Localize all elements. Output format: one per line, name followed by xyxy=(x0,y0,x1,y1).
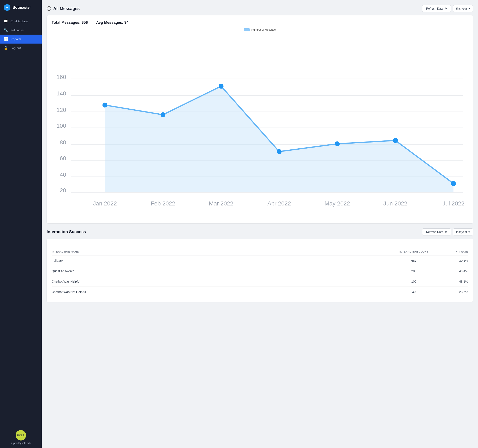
all-messages-period-select[interactable]: this year ▾ xyxy=(453,5,473,12)
row-rate: 30.1% xyxy=(435,259,468,262)
avg-messages-stat: Avg Messages: 94 xyxy=(96,20,128,25)
logo-icon: ✦ xyxy=(4,4,10,11)
row-count: 208 xyxy=(393,269,435,273)
chart-point xyxy=(393,138,398,143)
chart-point xyxy=(161,112,165,117)
chart-point xyxy=(219,84,223,89)
interaction-success-refresh-button[interactable]: Refresh Data ↻ xyxy=(422,228,451,236)
footer-email: support@ucla.edu xyxy=(11,442,31,445)
chart-container: 20 40 60 80 100 120 140 160 xyxy=(52,33,468,218)
interaction-success-header: Interaction Success Refresh Data ↻ last … xyxy=(47,228,473,236)
row-rate: 48.1% xyxy=(435,280,468,283)
sidebar-item-chat-archive[interactable]: 💬 Chat Archive xyxy=(0,17,42,26)
svg-text:Jan 2022: Jan 2022 xyxy=(93,200,117,207)
table-row: Fallback 687 30.1% xyxy=(52,256,468,266)
sidebar-item-logout[interactable]: 🔓 Log out xyxy=(0,44,42,52)
sidebar-item-fallbacks[interactable]: 🔧 Fallbacks xyxy=(0,26,42,35)
sidebar-item-label: Log out xyxy=(10,46,21,50)
svg-text:Mar 2022: Mar 2022 xyxy=(209,200,233,207)
row-name: Quest Answered xyxy=(52,269,393,273)
info-icon: i xyxy=(47,6,51,11)
all-messages-controls: Refresh Data ↻ this year ▾ xyxy=(422,5,473,12)
svg-text:100: 100 xyxy=(57,122,66,129)
all-messages-header: i All Messages Refresh Data ↻ this year … xyxy=(47,5,473,12)
table-row: Chatbot Was Helpful 100 48.1% xyxy=(52,276,468,287)
svg-text:Apr 2022: Apr 2022 xyxy=(267,200,291,207)
row-name: Chatbot Was Not Helpful xyxy=(52,290,393,294)
sidebar-item-reports[interactable]: 📊 Reports xyxy=(0,35,42,44)
sidebar-item-label: Chat Archive xyxy=(10,19,28,23)
legend-swatch xyxy=(244,28,250,31)
svg-text:120: 120 xyxy=(57,107,66,113)
avatar: UCLA xyxy=(16,430,26,441)
table-row: Quest Answered 208 49.4% xyxy=(52,266,468,276)
interaction-success-card: INTERACTION NAME INTERACTION COUNT HIT R… xyxy=(47,239,473,302)
all-messages-title-wrap: i All Messages xyxy=(47,6,80,11)
interaction-success-period-select[interactable]: last year ▾ xyxy=(453,228,473,236)
svg-text:160: 160 xyxy=(57,74,66,80)
chart-point xyxy=(451,181,456,186)
table-row: Chatbot Was Not Helpful 49 23.6% xyxy=(52,287,468,297)
svg-text:40: 40 xyxy=(60,172,66,178)
svg-text:60: 60 xyxy=(60,155,66,161)
row-rate: 49.4% xyxy=(435,269,468,273)
row-count: 687 xyxy=(393,259,435,262)
line-chart: 20 40 60 80 100 120 140 160 xyxy=(52,33,468,218)
refresh-icon: ↻ xyxy=(445,230,447,234)
col-rate-header: HIT RATE xyxy=(435,250,468,253)
svg-text:140: 140 xyxy=(57,90,66,97)
chevron-down-icon: ▾ xyxy=(468,230,470,234)
main-content: i All Messages Refresh Data ↻ this year … xyxy=(42,0,478,448)
sidebar-footer: UCLA support@ucla.edu xyxy=(0,427,42,448)
logout-icon: 🔓 xyxy=(4,46,8,50)
brand-logo: ✦ Botmaster xyxy=(0,0,42,15)
stats-row: Total Messages: 656 Avg Messages: 94 xyxy=(52,20,468,25)
all-messages-refresh-button[interactable]: Refresh Data ↻ xyxy=(422,5,451,12)
refresh-icon: ↻ xyxy=(445,7,447,10)
svg-text:Feb 2022: Feb 2022 xyxy=(151,200,175,207)
col-count-header: INTERACTION COUNT xyxy=(393,250,435,253)
total-messages-stat: Total Messages: 656 xyxy=(52,20,88,25)
interaction-success-controls: Refresh Data ↻ last year ▾ xyxy=(422,228,473,236)
svg-text:May 2022: May 2022 xyxy=(325,200,350,207)
svg-text:Jul 2022: Jul 2022 xyxy=(443,200,465,207)
row-rate: 23.6% xyxy=(435,290,468,294)
table-header: INTERACTION NAME INTERACTION COUNT HIT R… xyxy=(52,248,468,256)
sidebar-item-label: Reports xyxy=(10,37,21,41)
chevron-down-icon: ▾ xyxy=(468,7,470,10)
row-count: 49 xyxy=(393,290,435,294)
chart-area xyxy=(105,86,453,192)
divider xyxy=(47,244,473,244)
chat-archive-icon: 💬 xyxy=(4,19,8,23)
row-count: 100 xyxy=(393,280,435,283)
sidebar-nav: 💬 Chat Archive 🔧 Fallbacks 📊 Reports 🔓 L… xyxy=(0,15,42,427)
reports-icon: 📊 xyxy=(4,37,8,41)
row-name: Chatbot Was Helpful xyxy=(52,280,393,283)
col-name-header: INTERACTION NAME xyxy=(52,250,393,253)
chart-point xyxy=(277,149,282,154)
chart-point xyxy=(102,103,107,108)
row-name: Fallback xyxy=(52,259,393,262)
chart-point xyxy=(335,141,340,146)
brand-name: Botmaster xyxy=(13,6,31,10)
chart-legend: Number of Message xyxy=(52,28,468,31)
sidebar: ✦ Botmaster 💬 Chat Archive 🔧 Fallbacks 📊… xyxy=(0,0,42,448)
sidebar-item-label: Fallbacks xyxy=(10,28,24,32)
all-messages-title: All Messages xyxy=(53,6,80,11)
svg-text:20: 20 xyxy=(60,187,66,194)
interaction-success-title: Interaction Success xyxy=(47,230,86,234)
svg-text:80: 80 xyxy=(60,139,66,146)
legend-label: Number of Message xyxy=(251,28,276,31)
svg-text:Jun 2022: Jun 2022 xyxy=(384,200,407,207)
fallbacks-icon: 🔧 xyxy=(4,28,8,32)
all-messages-card: Total Messages: 656 Avg Messages: 94 Num… xyxy=(47,15,473,223)
